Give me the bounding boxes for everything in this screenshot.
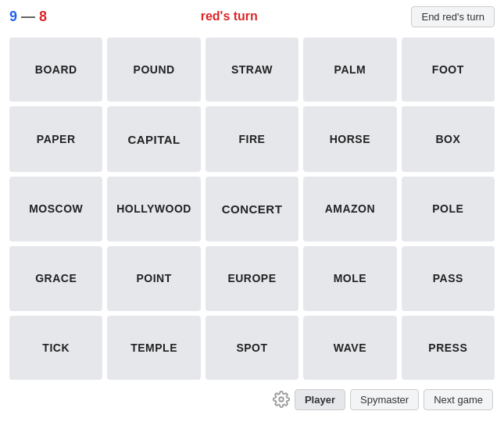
card-tick[interactable]: TICK <box>9 316 102 380</box>
card-pole[interactable]: POLE <box>402 177 495 241</box>
score-dash: — <box>21 9 35 24</box>
card-foot[interactable]: FOOT <box>402 38 495 102</box>
footer: Player Spymaster Next game <box>0 384 504 414</box>
card-grid: BOARDPOUNDSTRAWPALMFOOTPAPERCAPITALFIREH… <box>0 33 504 384</box>
card-pound[interactable]: POUND <box>107 38 200 102</box>
card-paper[interactable]: PAPER <box>9 106 102 171</box>
card-press[interactable]: PRESS <box>402 316 495 380</box>
card-temple[interactable]: TEMPLE <box>107 316 200 380</box>
settings-icon[interactable] <box>273 391 290 408</box>
blue-score: 9 <box>9 9 17 24</box>
turn-label: red's turn <box>201 9 258 23</box>
card-grace[interactable]: GRACE <box>9 246 102 310</box>
card-moscow[interactable]: MOSCOW <box>9 177 102 241</box>
svg-point-0 <box>279 397 284 402</box>
card-straw[interactable]: STRAW <box>206 38 298 102</box>
player-button[interactable]: Player <box>295 389 345 410</box>
card-capital[interactable]: CAPITAL <box>107 106 200 171</box>
card-concert[interactable]: CONCERT <box>206 177 298 241</box>
card-box[interactable]: BOX <box>402 106 495 171</box>
card-amazon[interactable]: AMAZON <box>303 177 396 241</box>
next-game-button[interactable]: Next game <box>424 389 493 410</box>
card-horse[interactable]: HORSE <box>303 106 396 171</box>
card-pass[interactable]: PASS <box>402 246 495 310</box>
card-hollywood[interactable]: HOLLYWOOD <box>107 177 200 241</box>
score-display: 9 — 8 <box>9 9 47 25</box>
card-europe[interactable]: EUROPE <box>206 246 298 310</box>
card-wave[interactable]: WAVE <box>303 316 396 380</box>
card-fire[interactable]: FIRE <box>206 106 298 171</box>
card-spot[interactable]: SPOT <box>206 316 298 380</box>
card-board[interactable]: BOARD <box>9 38 102 102</box>
spymaster-button[interactable]: Spymaster <box>350 389 419 410</box>
red-score: 8 <box>39 9 47 24</box>
card-palm[interactable]: PALM <box>303 38 396 102</box>
end-turn-button[interactable]: End red's turn <box>411 6 495 27</box>
card-mole[interactable]: MOLE <box>303 246 396 310</box>
card-point[interactable]: POINT <box>107 246 200 310</box>
